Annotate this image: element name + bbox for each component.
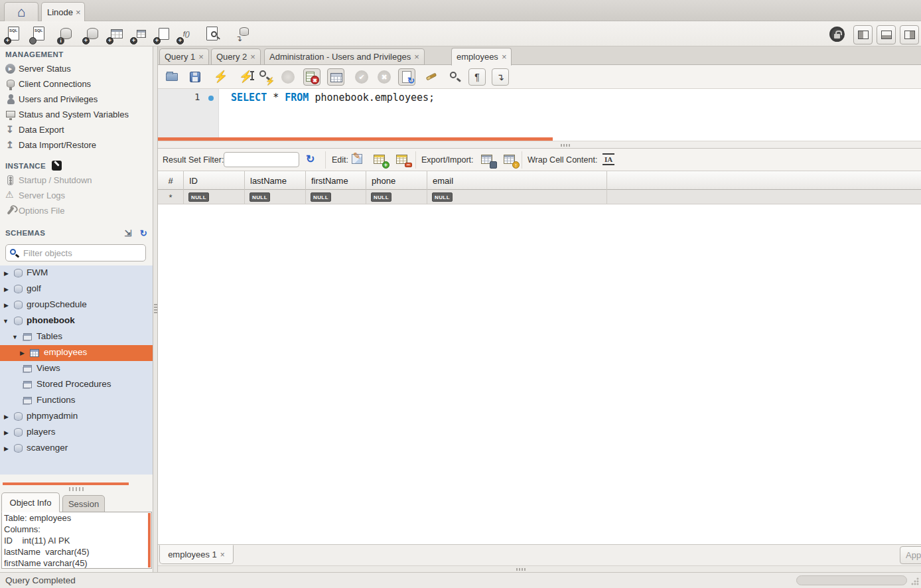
execute-button[interactable]: ⚡ [212, 68, 229, 86]
tree-item-groupschedule[interactable]: ▶ groupSchedule [0, 297, 153, 313]
splitter-grip[interactable] [561, 144, 571, 147]
cell-id[interactable]: NULL [184, 190, 245, 204]
expand-schemas-icon[interactable]: ⇲ [125, 228, 132, 238]
sidebar-item-server-logs[interactable]: ⚠ Server Logs [0, 188, 153, 203]
tree-item-fwm[interactable]: ▶ FWM [0, 265, 153, 281]
column-header-id[interactable]: ID [184, 171, 245, 190]
edit-record-button[interactable]: ✎ [350, 153, 366, 167]
apply-button[interactable]: Apply [900, 546, 921, 564]
column-header-email[interactable]: email [427, 171, 607, 190]
result-grid-new-row[interactable]: * NULL NULL NULL NULL NULL [158, 190, 921, 204]
expand-arrow-icon[interactable]: ▶ [4, 445, 9, 452]
tab-close-icon[interactable]: × [502, 52, 507, 62]
resize-grip-icon[interactable] [910, 577, 920, 586]
cell-lastname[interactable]: NULL [245, 190, 306, 204]
limit-rows-button[interactable] [327, 68, 344, 86]
tab-query-2[interactable]: Query 2 × [211, 48, 261, 65]
tab-employees[interactable]: employees × [451, 48, 512, 66]
sidebar-splitter-indicator[interactable] [3, 482, 129, 485]
collapse-arrow-icon[interactable]: ▼ [3, 318, 9, 325]
result-tab-employees-1[interactable]: employees 1 × [159, 545, 234, 564]
explain-plan-button[interactable]: ⚡ [257, 68, 275, 86]
expand-arrow-icon[interactable]: ▶ [4, 413, 9, 420]
horizontal-scrollbar-thumb[interactable] [796, 575, 907, 585]
refresh-schemas-icon[interactable]: ↻ [140, 228, 147, 238]
reconnect-dbms-button[interactable]: ↴ [234, 26, 251, 43]
wrap-text-button[interactable]: ↴ [492, 68, 509, 86]
inspect-database-button[interactable]: i [57, 26, 74, 43]
collapse-arrow-icon[interactable]: ▼ [12, 334, 18, 340]
wrap-cell-content-button[interactable]: IA [601, 153, 617, 167]
object-info-scrollbar[interactable] [148, 513, 151, 567]
expand-arrow-icon[interactable]: ▶ [4, 302, 9, 309]
connection-tab-linode[interactable]: Linode × [41, 2, 85, 22]
tab-object-info[interactable]: Object Info [1, 492, 60, 512]
tree-item-tables[interactable]: ▼ Tables [0, 329, 153, 345]
expand-arrow-icon[interactable]: ▶ [4, 270, 9, 277]
expand-arrow-icon[interactable]: ▶ [4, 429, 9, 436]
create-schema-button[interactable]: + [84, 26, 101, 43]
column-header-firstname[interactable]: firstName [306, 171, 366, 190]
tree-item-employees[interactable]: ▶ employees [0, 345, 153, 361]
sidebar-item-options-file[interactable]: Options File [0, 203, 153, 218]
editor-result-splitter[interactable] [158, 141, 921, 149]
expand-arrow-icon[interactable]: ▶ [4, 286, 9, 293]
column-header-rownum[interactable]: # [158, 171, 184, 190]
tree-item-functions[interactable]: Functions [0, 393, 153, 409]
tab-close-icon[interactable]: × [250, 52, 255, 62]
sql-statement[interactable]: SELECT * FROM phonebook.employees; [231, 92, 435, 104]
connection-tab-close-icon[interactable]: × [76, 7, 81, 17]
column-header-phone[interactable]: phone [366, 171, 427, 190]
tree-item-views[interactable]: Views [0, 361, 153, 377]
tab-session[interactable]: Session [62, 495, 105, 512]
create-function-button[interactable]: f() + [178, 26, 195, 43]
sql-editor[interactable]: 1 SELECT * FROM phonebook.employees; [158, 89, 921, 137]
open-sql-script-button[interactable]: SQL [31, 26, 48, 43]
cell-email[interactable]: NULL [427, 190, 607, 204]
execute-current-statement-button[interactable]: ⚡ [238, 68, 255, 86]
sidebar-item-data-import[interactable]: ↥ Data Import/Restore [0, 137, 153, 153]
export-results-button[interactable] [480, 153, 496, 167]
create-view-button[interactable]: + [131, 26, 149, 43]
output-splitter[interactable] [158, 565, 921, 572]
tab-administration[interactable]: Administration - Users and Privileges × [264, 48, 425, 65]
column-header-lastname[interactable]: lastName [245, 171, 306, 190]
show-invisibles-button[interactable]: ¶ [468, 68, 486, 86]
toggle-left-panel-button[interactable] [853, 25, 873, 44]
cell-firstname[interactable]: NULL [306, 190, 366, 204]
sidebar-splitter-grip[interactable] [69, 487, 84, 491]
sidebar-item-startup-shutdown[interactable]: Startup / Shutdown [0, 173, 153, 188]
tree-item-phpmyadmin[interactable]: ▶ phpmyadmin [0, 409, 153, 425]
tab-close-icon[interactable]: × [198, 52, 204, 62]
result-filter-input[interactable] [224, 152, 299, 167]
stop-query-button[interactable] [279, 68, 297, 86]
find-button[interactable] [446, 68, 463, 86]
create-procedure-button[interactable]: + [155, 26, 172, 43]
sidebar-item-server-status[interactable]: ▶ Server Status [0, 61, 153, 76]
rollback-button[interactable]: ✖ [376, 68, 393, 86]
save-script-button[interactable] [186, 68, 204, 86]
search-data-button[interactable] [204, 26, 222, 43]
expand-arrow-icon[interactable]: ▶ [20, 350, 25, 356]
sidebar-splitter[interactable] [153, 46, 158, 572]
sidebar-item-client-connections[interactable]: Client Connections [0, 76, 153, 92]
add-row-button[interactable]: + [373, 153, 389, 167]
schema-filter-input[interactable] [23, 246, 143, 259]
tree-item-players[interactable]: ▶ players [0, 425, 153, 441]
tab-close-icon[interactable]: × [414, 52, 419, 62]
splitter-grip[interactable] [516, 568, 526, 571]
beautify-script-button[interactable] [423, 68, 441, 86]
new-sql-tab-button[interactable]: SQL + [5, 26, 23, 43]
home-tab[interactable]: ⌂ [4, 2, 38, 21]
toggle-bottom-panel-button[interactable] [877, 25, 896, 44]
tab-query-1[interactable]: Query 1 × [159, 48, 209, 65]
create-table-button[interactable]: + [107, 26, 125, 43]
tree-item-scavenger[interactable]: ▶ scavenger [0, 441, 153, 457]
sidebar-item-users-privileges[interactable]: Users and Privileges [0, 92, 153, 107]
delete-row-button[interactable]: − [395, 153, 411, 167]
tree-item-phonebook[interactable]: ▼ phonebook [0, 313, 153, 329]
toggle-stop-on-error-button[interactable]: ✖ [303, 68, 320, 86]
tree-item-stored-procedures[interactable]: Stored Procedures [0, 377, 153, 393]
splitter-grip[interactable] [154, 304, 157, 313]
result-tab-close-icon[interactable]: × [220, 550, 225, 559]
